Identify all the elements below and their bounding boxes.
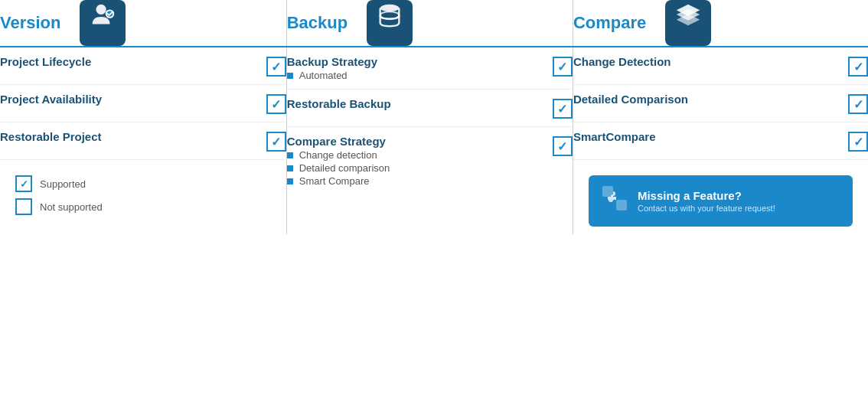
feature-name-compare-strategy: Compare Strategy [287, 135, 390, 148]
version-title: Version [0, 13, 60, 33]
legend-not-supported: Not supported [15, 198, 271, 215]
banner-text-container: Missing a Feature? Contact us with your … [638, 189, 775, 213]
detailed-comparison-checkbox [848, 94, 868, 114]
feature-name-project-availability: Project Availability [0, 93, 102, 106]
restorable-project-checkbox [266, 132, 286, 152]
banner-subtitle: Contact us with your feature request! [638, 204, 775, 213]
compare-strategy-sub-text-1: Change detection [299, 149, 377, 161]
legend-supported-checkbox [15, 175, 32, 192]
svg-point-2 [380, 5, 399, 12]
version-features: Project Lifecycle Project Availability R… [0, 47, 286, 234]
legend-not-supported-checkbox [15, 198, 32, 215]
backup-header: Backup [286, 0, 573, 47]
feature-compare-strategy: Compare Strategy Change detection Detail… [287, 127, 573, 194]
puzzle-svg-icon [601, 184, 628, 212]
svg-point-0 [96, 5, 106, 15]
legend-supported: Supported [15, 175, 271, 192]
feature-name-restorable-project: Restorable Project [0, 130, 102, 143]
feature-name-detailed-comparison: Detailed Comparison [573, 93, 688, 106]
backup-strategy-sub-text: Automated [299, 70, 348, 81]
backup-icon [367, 0, 413, 46]
change-detection-checkbox [848, 57, 868, 77]
compare-header: Compare [573, 0, 868, 47]
project-availability-checkbox [266, 94, 286, 114]
legend: Supported Not supported [0, 160, 286, 229]
bullet-icon-1 [287, 152, 293, 158]
compare-strategy-sub-text-2: Detailed comparison [299, 162, 390, 174]
version-header: Version [0, 0, 286, 47]
puzzle-icon [601, 184, 628, 217]
feature-name-change-detection: Change Detection [573, 55, 671, 68]
restorable-backup-checkbox [553, 99, 573, 119]
bullet-icon-3 [287, 178, 293, 184]
banner-title: Missing a Feature? [638, 189, 775, 202]
feature-name-smartcompare: SmartCompare [573, 130, 656, 143]
feature-name-backup-strategy: Backup Strategy [287, 55, 377, 68]
feature-change-detection: Change Detection [573, 47, 868, 85]
compare-features: Change Detection Detailed Comparison Sma… [573, 47, 868, 234]
compare-strategy-checkbox [553, 136, 573, 156]
bullet-icon-2 [287, 165, 293, 171]
backup-features: Backup Strategy Automated Restorable Bac… [286, 47, 573, 234]
compare-icon [665, 0, 711, 46]
legend-not-supported-label: Not supported [40, 201, 103, 213]
feature-restorable-backup: Restorable Backup [287, 90, 573, 127]
version-icon [80, 0, 126, 46]
bullet-icon [287, 73, 293, 79]
feature-restorable-project: Restorable Project [0, 122, 286, 160]
legend-supported-label: Supported [40, 178, 86, 190]
compare-strategy-sub-3: Smart Compare [287, 175, 390, 187]
feature-project-lifecycle: Project Lifecycle [0, 47, 286, 85]
svg-point-3 [380, 11, 399, 19]
compare-svg-icon [674, 1, 703, 30]
missing-feature-banner[interactable]: Missing a Feature? Contact us with your … [589, 175, 853, 227]
svg-rect-8 [616, 200, 627, 211]
compare-title: Compare [573, 13, 646, 33]
compare-strategy-sub-text-3: Smart Compare [299, 175, 370, 187]
backup-title: Backup [287, 13, 348, 33]
backup-svg-icon [375, 1, 404, 30]
version-svg-icon [88, 1, 117, 30]
feature-project-availability: Project Availability [0, 85, 286, 122]
feature-name-project-lifecycle: Project Lifecycle [0, 55, 91, 68]
features-table: Version Backup [0, 0, 868, 234]
backup-strategy-checkbox [553, 57, 573, 77]
backup-strategy-sub-automated: Automated [287, 70, 377, 81]
feature-detailed-comparison: Detailed Comparison [573, 85, 868, 122]
feature-name-restorable-backup: Restorable Backup [287, 97, 391, 110]
smartcompare-checkbox [848, 132, 868, 152]
feature-smartcompare: SmartCompare [573, 122, 868, 160]
project-lifecycle-checkbox [266, 57, 286, 77]
compare-strategy-sub-2: Detailed comparison [287, 162, 390, 174]
feature-backup-strategy: Backup Strategy Automated [287, 47, 573, 90]
compare-strategy-sub-1: Change detection [287, 149, 390, 161]
